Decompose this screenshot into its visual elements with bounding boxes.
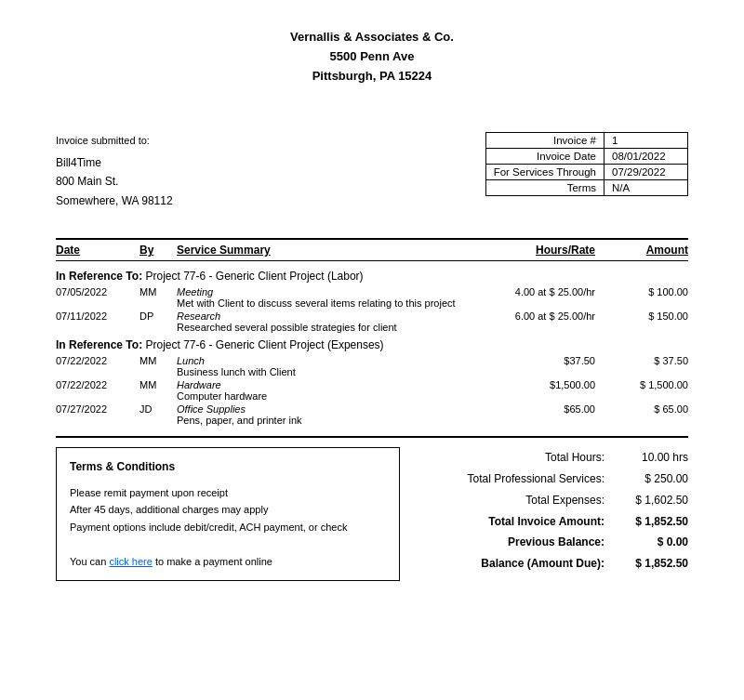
previous-balance-row: Previous Balance: $ 0.00	[446, 532, 688, 553]
section-divider	[56, 436, 688, 438]
service-desc: Business lunch with Client	[177, 366, 474, 377]
total-professional-label: Total Professional Services:	[468, 469, 604, 490]
table-header-row: Date By Service Summary Hours/Rate Amoun…	[56, 238, 688, 261]
balance-due-value: $ 1,852.50	[614, 553, 688, 575]
total-hours-row: Total Hours: 10.00 hrs	[446, 447, 688, 469]
balance-due-label: Balance (Amount Due):	[481, 553, 604, 575]
item-by: JD	[140, 403, 177, 427]
total-invoice-value: $ 1,852.50	[614, 511, 688, 533]
table-row: 07/22/2022 MM Hardware Computer hardware…	[56, 378, 688, 403]
service-name: Hardware	[177, 379, 474, 390]
client-address1: 800 Main St.	[56, 172, 173, 191]
total-hours-label: Total Hours:	[545, 447, 604, 469]
company-header: Vernallis & Associates & Co. 5500 Penn A…	[37, 28, 707, 86]
total-expenses-row: Total Expenses: $ 1,602.50	[446, 490, 688, 511]
terms-line1: Please remit payment upon receipt	[70, 484, 386, 502]
total-hours-value: 10.00 hrs	[614, 447, 688, 469]
project-ref-text: In Reference To: Project 77-6 - Generic …	[56, 270, 688, 283]
table-row: 07/11/2022 DP Research Researched severa…	[56, 310, 688, 334]
item-hours-rate: 6.00 at $ 25.00/hr	[474, 310, 604, 334]
line-items-section: Date By Service Summary Hours/Rate Amoun…	[37, 238, 707, 427]
invoice-number-value: 1	[604, 133, 688, 149]
totals-section: Total Hours: 10.00 hrs Total Professiona…	[446, 447, 688, 581]
client-name: Bill4Time	[56, 153, 173, 172]
item-hours-rate: $1,500.00	[474, 378, 604, 403]
item-by: MM	[140, 285, 177, 310]
service-name: Meeting	[177, 286, 474, 297]
item-amount: $ 37.50	[604, 354, 688, 378]
total-expenses-label: Total Expenses:	[525, 490, 604, 511]
company-address1: 5500 Penn Ave	[37, 47, 707, 67]
table-row: 07/27/2022 JD Office Supplies Pens, pape…	[56, 403, 688, 427]
table-row: 07/05/2022 MM Meeting Met with Client to…	[56, 285, 688, 310]
terms-link-prefix: You can	[70, 556, 109, 567]
invoice-date-label: Invoice Date	[485, 149, 604, 165]
services-through-label: For Services Through	[485, 165, 604, 180]
header-date: Date	[56, 244, 140, 257]
item-summary: Lunch Business lunch with Client	[177, 354, 474, 378]
total-professional-row: Total Professional Services: $ 250.00	[446, 469, 688, 490]
item-date: 07/22/2022	[56, 354, 140, 378]
header-amount: Amount	[604, 244, 688, 257]
service-desc: Computer hardware	[177, 390, 474, 402]
bill-to: Invoice submitted to: Bill4Time 800 Main…	[56, 132, 173, 210]
header-by: By	[140, 244, 177, 257]
service-name: Lunch	[177, 355, 474, 366]
terms-label: Terms	[485, 180, 604, 196]
item-date: 07/11/2022	[56, 310, 140, 334]
project-ref-row: In Reference To: Project 77-6 - Generic …	[56, 265, 688, 285]
company-address2: Pittsburgh, PA 15224	[37, 67, 707, 86]
item-hours-rate: $37.50	[474, 354, 604, 378]
service-name: Office Supplies	[177, 403, 474, 415]
item-by: MM	[140, 378, 177, 403]
service-desc: Researched several possible strategies f…	[177, 322, 474, 333]
item-summary: Research Researched several possible str…	[177, 310, 474, 334]
total-invoice-row: Total Invoice Amount: $ 1,852.50	[446, 511, 688, 533]
invoice-date-value: 08/01/2022	[604, 149, 688, 165]
terms-value: N/A	[604, 180, 688, 196]
total-professional-value: $ 250.00	[614, 469, 688, 490]
project-ref-text: In Reference To: Project 77-6 - Generic …	[56, 338, 688, 351]
invoice-info-table: Invoice # 1 Invoice Date 08/01/2022 For …	[485, 132, 688, 196]
terms-line2: After 45 days, additional charges may ap…	[70, 501, 386, 519]
item-amount: $ 100.00	[604, 285, 688, 310]
item-amount: $ 1,500.00	[604, 378, 688, 403]
bill-to-label: Invoice submitted to:	[56, 132, 173, 150]
terms-box: Terms & Conditions Please remit payment …	[56, 447, 400, 581]
item-amount: $ 65.00	[604, 403, 688, 427]
company-name: Vernallis & Associates & Co.	[37, 28, 707, 47]
item-by: MM	[140, 354, 177, 378]
item-summary: Hardware Computer hardware	[177, 378, 474, 403]
item-summary: Meeting Met with Client to discuss sever…	[177, 285, 474, 310]
item-by: DP	[140, 310, 177, 334]
item-summary: Office Supplies Pens, paper, and printer…	[177, 403, 474, 427]
total-invoice-label: Total Invoice Amount:	[488, 511, 604, 533]
terms-link-line: You can click here to make a payment onl…	[70, 553, 386, 571]
previous-balance-value: $ 0.00	[614, 532, 688, 553]
balance-due-row: Balance (Amount Due): $ 1,852.50	[446, 553, 688, 575]
item-amount: $ 150.00	[604, 310, 688, 334]
service-name: Research	[177, 310, 474, 322]
terms-link-suffix: to make a payment online	[153, 556, 272, 567]
table-row: 07/22/2022 MM Lunch Business lunch with …	[56, 354, 688, 378]
terms-title: Terms & Conditions	[70, 457, 386, 476]
invoice-number-label: Invoice #	[485, 133, 604, 149]
header-summary: Service Summary	[177, 244, 474, 257]
item-date: 07/22/2022	[56, 378, 140, 403]
header-hours-rate: Hours/Rate	[474, 244, 604, 257]
item-date: 07/27/2022	[56, 403, 140, 427]
service-desc: Met with Client to discuss several items…	[177, 297, 474, 309]
item-hours-rate: 4.00 at $ 25.00/hr	[474, 285, 604, 310]
project-ref-row: In Reference To: Project 77-6 - Generic …	[56, 334, 688, 354]
total-expenses-value: $ 1,602.50	[614, 490, 688, 511]
services-through-value: 07/29/2022	[604, 165, 688, 180]
service-desc: Pens, paper, and printer ink	[177, 415, 474, 426]
client-address2: Somewhere, WA 98112	[56, 192, 173, 210]
footer-section: Terms & Conditions Please remit payment …	[37, 447, 707, 581]
line-items-body: In Reference To: Project 77-6 - Generic …	[56, 265, 688, 427]
terms-line3: Payment options include debit/credit, AC…	[70, 519, 386, 536]
item-date: 07/05/2022	[56, 285, 140, 310]
terms-link[interactable]: click here	[109, 556, 152, 567]
item-hours-rate: $65.00	[474, 403, 604, 427]
previous-balance-label: Previous Balance:	[508, 532, 604, 553]
